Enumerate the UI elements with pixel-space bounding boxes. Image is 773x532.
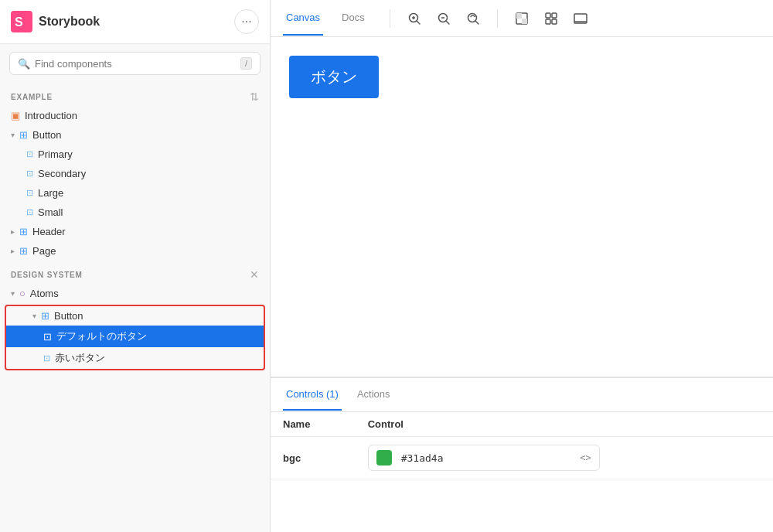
sidebar-item-label: デフォルトのボタン	[56, 329, 147, 343]
sidebar-item-label: Header	[32, 226, 66, 237]
zoom-reset-button[interactable]	[461, 9, 485, 29]
story-icon: ⊡	[26, 149, 33, 159]
toolbar-separator-2	[497, 9, 498, 28]
canvas-area: ボタン	[271, 37, 773, 377]
sidebar-item-introduction[interactable]: ▣ Introduction	[0, 106, 270, 125]
component-icon: ⊞	[19, 226, 28, 237]
sidebar-item-ds-button-default[interactable]: ⊡ デフォルトのボタン	[6, 326, 264, 347]
sidebar-item-button[interactable]: ▾ ⊞ Button	[0, 125, 270, 145]
sidebar-item-label: Introduction	[25, 110, 77, 121]
component-icon: ⊞	[19, 129, 28, 141]
more-options-button[interactable]: ···	[234, 9, 259, 34]
chevron-right-icon: ▸	[11, 227, 15, 236]
sidebar-item-button-secondary[interactable]: ⊡ Secondary	[0, 164, 270, 183]
sidebar-item-label: Atoms	[30, 288, 59, 299]
sidebar-item-button-small[interactable]: ⊡ Small	[0, 203, 270, 222]
design-system-section-header: DESIGN SYSTEM ✕	[0, 261, 270, 284]
example-section-sort-button[interactable]: ⇅	[250, 90, 259, 103]
logo-area: S Storybook	[11, 11, 100, 32]
folder-icon: ○	[19, 288, 26, 299]
svg-line-8	[446, 21, 449, 24]
svg-line-5	[417, 21, 420, 24]
red-box-highlight: ▾ ⊞ Button ⊡ デフォルトのボタン ⊡ 赤いボタン	[5, 305, 265, 370]
svg-rect-15	[552, 13, 557, 18]
zoom-out-button[interactable]	[432, 9, 455, 29]
search-box: 🔍 /	[9, 52, 261, 75]
story-icon: ⊡	[26, 207, 33, 217]
doc-icon: ▣	[11, 110, 20, 121]
svg-rect-12	[516, 13, 522, 19]
sidebar-item-label: Page	[32, 245, 56, 257]
sidebar-item-button-primary[interactable]: ⊡ Primary	[0, 145, 270, 164]
main-toolbar: Canvas Docs	[271, 0, 773, 37]
tab-actions[interactable]: Actions	[354, 379, 393, 411]
chevron-right-icon: ▸	[11, 247, 15, 255]
story-icon: ⊡	[43, 353, 50, 363]
grid-button[interactable]	[540, 9, 563, 29]
design-system-section-title: DESIGN SYSTEM	[11, 271, 83, 279]
controls-panel: Controls (1) Actions Name Control bgc	[271, 377, 773, 532]
control-value-bgc: #31ad4a <>	[356, 437, 773, 479]
story-icon: ⊡	[26, 169, 33, 179]
chevron-down-icon: ▾	[11, 131, 15, 139]
sidebar-item-label: Large	[38, 187, 63, 199]
background-button[interactable]	[510, 9, 533, 29]
controls-tabs: Controls (1) Actions	[271, 378, 773, 412]
ellipsis-icon: ···	[241, 15, 251, 29]
sidebar-item-atoms[interactable]: ▾ ○ Atoms	[0, 284, 270, 303]
search-area: 🔍 /	[0, 44, 270, 83]
color-control[interactable]: #31ad4a <>	[368, 445, 600, 471]
slash-shortcut-badge: /	[240, 57, 252, 70]
sidebar-item-label: Button	[32, 129, 62, 141]
svg-rect-16	[546, 19, 550, 24]
viewport-icon	[574, 12, 587, 26]
svg-line-10	[475, 21, 478, 24]
tab-docs[interactable]: Docs	[339, 1, 368, 36]
svg-rect-13	[522, 19, 527, 24]
color-swatch	[376, 450, 392, 466]
tab-canvas[interactable]: Canvas	[283, 1, 323, 36]
zoom-out-icon	[437, 12, 451, 26]
search-icon: 🔍	[18, 58, 30, 70]
sidebar-item-ds-button-red[interactable]: ⊡ 赤いボタン	[6, 347, 264, 369]
sidebar-item-button-large[interactable]: ⊡ Large	[0, 183, 270, 203]
search-input[interactable]	[35, 58, 236, 70]
tab-controls[interactable]: Controls (1)	[283, 379, 342, 411]
example-section-header: EXAMPLE ⇅	[0, 83, 270, 106]
table-row: bgc #31ad4a <>	[271, 437, 773, 479]
toolbar-separator	[390, 9, 390, 28]
background-icon	[515, 12, 529, 26]
svg-text:S: S	[15, 15, 23, 29]
design-system-section-close-button[interactable]: ✕	[250, 268, 259, 281]
column-header-name: Name	[271, 412, 356, 437]
sidebar-item-label: Primary	[38, 148, 73, 160]
main-area: Canvas Docs	[271, 0, 773, 532]
sidebar-item-label: 赤いボタン	[55, 351, 105, 365]
controls-table: Name Control bgc #31ad4a <>	[271, 412, 773, 532]
viewport-button[interactable]	[569, 9, 592, 29]
color-value: #31ad4a	[401, 452, 574, 464]
sidebar-item-ds-button[interactable]: ▾ ⊞ Button	[6, 306, 264, 326]
sidebar-item-label: Small	[38, 206, 63, 218]
sidebar-item-label: Button	[54, 310, 83, 322]
zoom-reset-icon	[466, 12, 480, 26]
example-section-title: EXAMPLE	[11, 93, 53, 101]
sidebar-header: S Storybook ···	[0, 0, 270, 44]
sidebar-content: EXAMPLE ⇅ ▣ Introduction ▾ ⊞ Button ⊡ Pr…	[0, 83, 270, 532]
control-name-bgc: bgc	[271, 437, 356, 479]
sidebar: S Storybook ··· 🔍 / EXAMPLE ⇅ ▣ Introduc…	[0, 0, 271, 532]
column-header-control: Control	[356, 412, 773, 437]
component-icon: ⊞	[19, 245, 28, 257]
storybook-logo-icon: S	[11, 11, 32, 32]
logo-text: Storybook	[39, 15, 100, 29]
code-toggle-button[interactable]: <>	[580, 452, 591, 463]
chevron-down-icon: ▾	[32, 312, 36, 320]
sidebar-item-label: Secondary	[38, 168, 86, 179]
sidebar-item-page[interactable]: ▸ ⊞ Page	[0, 241, 270, 261]
chevron-down-icon: ▾	[11, 289, 15, 298]
zoom-in-icon	[407, 12, 421, 26]
story-icon: ⊡	[26, 188, 33, 198]
sidebar-item-header[interactable]: ▸ ⊞ Header	[0, 222, 270, 241]
preview-button[interactable]: ボタン	[289, 56, 379, 98]
zoom-in-button[interactable]	[403, 9, 426, 29]
